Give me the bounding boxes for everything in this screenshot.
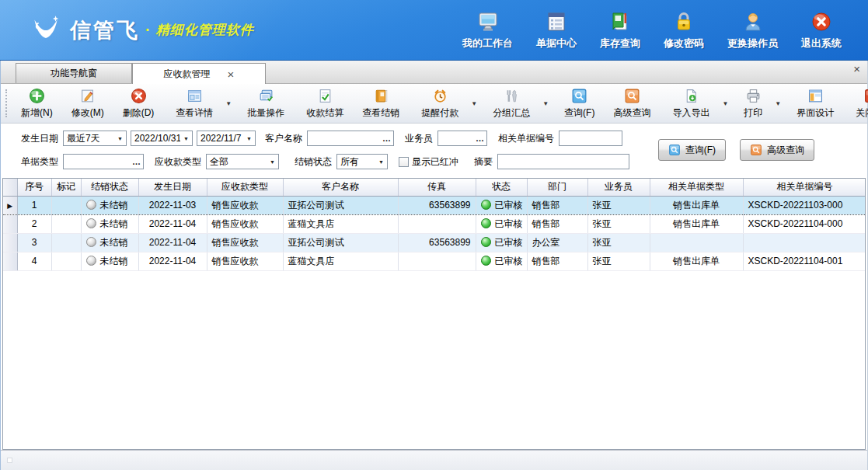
cell-mark [51,214,81,233]
doc-type-input[interactable] [64,155,131,168]
view-detail-button[interactable]: 查看详情 [166,84,222,123]
date-to-combo[interactable]: 2022/11/7 ▼ [197,131,256,146]
import-export-icon [683,88,699,104]
import-export-button[interactable]: 导入导出 [663,84,719,123]
col-mark[interactable]: 标记 [51,179,81,196]
chevron-down-icon[interactable]: ▼ [375,155,387,169]
show-red-checkbox[interactable] [399,157,409,167]
cell-mark [51,196,81,214]
topmenu-change-password[interactable]: 修改密码 [664,10,704,50]
row-selector[interactable] [3,214,17,233]
group-summary-dropdown-icon[interactable]: ▼ [539,100,552,107]
cell-dept: 销售部 [527,252,587,270]
workstation-icon [476,10,500,33]
col-seq[interactable]: 序号 [17,179,51,196]
cell-status: 已审核 [476,214,527,233]
col-fax[interactable]: 传真 [398,179,476,196]
tab-function-nav[interactable]: 功能导航窗 [16,63,132,83]
salesman-label: 业务员 [405,132,433,145]
ellipsis-icon[interactable]: … [131,155,143,168]
settle-status-combo[interactable]: 所有 ▼ [336,154,388,169]
col-settle-status[interactable]: 结销状态 [81,179,138,196]
topmenu-inventory-query[interactable]: 库存查询 [600,10,640,50]
view-settle-button[interactable]: 查看结销 [353,84,409,123]
toolbar-grip[interactable] [5,89,7,117]
cell-salesman: 张亚 [587,214,650,233]
customer-input[interactable] [308,132,381,144]
date-range-combo[interactable]: 最近7天 ▼ [63,131,127,146]
page-close-icon[interactable]: × [853,62,860,75]
tab-receivables[interactable]: 应收款管理 × [132,63,266,84]
col-doc-type[interactable]: 相关单据类型 [650,179,743,196]
detail-icon [186,88,203,104]
topmenu-change-operator[interactable]: 更换操作员 [727,10,778,50]
row-selector-header[interactable] [3,179,17,196]
group-summary-button[interactable]: 分组汇总 [483,84,539,123]
col-status[interactable]: 状态 [476,179,527,196]
unsettled-icon [86,237,96,247]
print-button[interactable]: 打印 [734,84,772,123]
doc-no-field[interactable] [559,131,622,146]
unsettled-icon [86,218,96,228]
query-icon [668,144,681,156]
salesman-input[interactable] [438,132,474,144]
summary-input[interactable] [498,155,629,168]
chevron-down-icon[interactable]: ▼ [180,131,192,145]
date-from-combo[interactable]: 2022/10/31 ▼ [131,131,193,146]
view-detail-dropdown-icon[interactable]: ▼ [222,100,235,107]
filter-adv-query-button[interactable]: 高级查询 [740,139,814,161]
chevron-down-icon[interactable]: ▼ [114,131,126,145]
cell-customer: 亚拓公司测试 [283,233,398,252]
remind-payment-dropdown-icon[interactable]: ▼ [468,100,480,107]
cell-type: 销售应收款 [207,214,283,233]
tab-close-icon[interactable]: × [228,68,235,80]
customer-field[interactable]: … [307,131,394,146]
receivable-type-combo[interactable]: 全部 ▼ [206,154,279,169]
topmenu-document-center[interactable]: 单据中心 [536,10,577,50]
topmenu-exit-system[interactable]: 退出系统 [801,10,842,50]
row-selector[interactable] [3,252,17,270]
filter-query-button[interactable]: 查询(F) [658,139,726,161]
col-type[interactable]: 应收款类型 [207,179,283,196]
doc-type-field[interactable]: … [63,154,144,169]
chevron-down-icon[interactable]: ▼ [243,131,255,145]
query-button[interactable]: 查询(F) [555,84,604,123]
table-row[interactable]: 3 未结销 2022-11-04 销售应收款 亚拓公司测试 63563899 已… [3,233,866,252]
remind-payment-button[interactable]: 提醒付款 [412,84,468,123]
batch-ops-button[interactable]: 批量操作 [238,84,294,123]
doc-type-label: 单据类型 [21,155,58,169]
delete-button[interactable]: 删除(D) [113,84,164,123]
doc-no-label: 相关单据编号 [498,132,554,145]
close-tile-icon [863,88,868,104]
table-row[interactable]: ▶ 1 未结销 2022-11-03 销售应收款 亚拓公司测试 63563899… [3,196,866,214]
salesman-field[interactable]: … [437,131,487,146]
row-selector[interactable] [3,233,17,252]
edit-button[interactable]: 修改(M) [62,84,113,123]
summary-field[interactable] [497,154,629,169]
add-button[interactable]: 新增(N) [12,84,62,123]
topmenu-my-workspace[interactable]: 我的工作台 [462,10,513,50]
ui-design-button[interactable]: 界面设计 [787,84,843,123]
close-button[interactable]: 关闭(Q) [846,84,868,123]
col-salesman[interactable]: 业务员 [587,179,650,196]
import-export-dropdown-icon[interactable]: ▼ [719,100,731,107]
cell-date: 2022-11-04 [138,233,207,252]
row-selector[interactable]: ▶ [3,196,17,214]
unsettled-icon [86,256,96,266]
doc-no-input[interactable] [559,132,622,144]
unsettled-icon [86,200,96,210]
table-row[interactable]: 2 未结销 2022-11-04 销售应收款 蓝猫文具店 已审核 销售部 张亚 … [3,214,866,233]
table-row[interactable]: 4 未结销 2022-11-04 销售应收款 蓝猫文具店 已审核 销售部 张亚 … [3,252,866,270]
col-date[interactable]: 发生日期 [138,179,207,196]
adv-query-button[interactable]: 高级查询 [604,84,660,123]
print-dropdown-icon[interactable]: ▼ [772,100,784,107]
receive-settle-button[interactable]: 收款结算 [297,84,353,123]
chevron-down-icon[interactable]: ▼ [267,155,278,169]
col-dept[interactable]: 部门 [527,179,587,196]
approved-icon [481,237,491,247]
ellipsis-icon[interactable]: … [474,132,486,144]
col-customer[interactable]: 客户名称 [283,179,398,196]
ellipsis-icon[interactable]: … [381,132,393,144]
cell-fax: 63563899 [398,233,476,252]
col-doc-no[interactable]: 相关单据编号 [743,179,866,196]
